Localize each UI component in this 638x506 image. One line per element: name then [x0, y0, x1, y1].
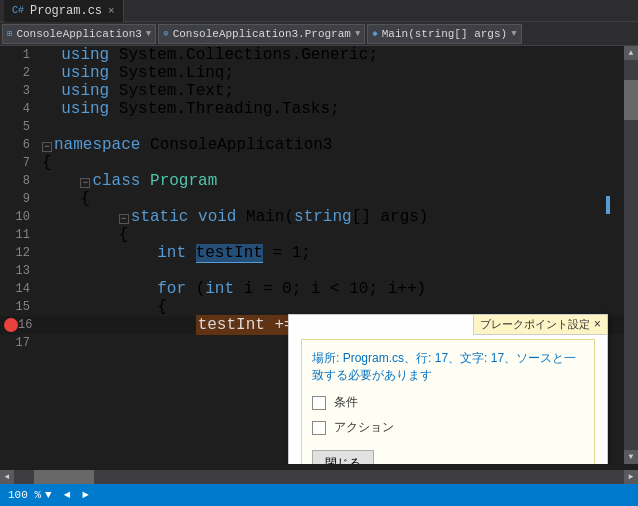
nav-class-dropdown[interactable]: ⊕ ConsoleApplication3.Program ▼ — [158, 24, 365, 44]
line-number: 7 — [0, 154, 38, 172]
navigation-bar: ⊞ ConsoleApplication3 ▼ ⊕ ConsoleApplica… — [0, 22, 638, 46]
scroll-up-button[interactable]: ▲ — [624, 46, 638, 60]
line-number: 5 — [0, 118, 38, 136]
scroll-right-status[interactable]: ► — [82, 489, 89, 501]
line-number: 1 — [0, 46, 38, 64]
scroll-right-button[interactable]: ► — [624, 470, 638, 484]
zoom-control[interactable]: 100 % ▼ — [8, 489, 52, 501]
line-content: { — [38, 190, 624, 208]
breakpoint-dot — [4, 318, 18, 332]
tab-filename: Program.cs — [30, 4, 102, 18]
class-icon: ⊕ — [163, 28, 168, 39]
scroll-left-button[interactable]: ◄ — [0, 470, 14, 484]
line-content: −namespace ConsoleApplication3 — [38, 136, 624, 154]
vertical-scrollbar[interactable]: ▲ ▼ — [624, 46, 638, 464]
line-number: 11 — [0, 226, 38, 244]
line-number: 15 — [0, 298, 38, 316]
line-content: using System.Linq; — [38, 64, 624, 82]
scroll-down-button[interactable]: ▼ — [624, 450, 638, 464]
collapse-icon[interactable]: − — [42, 142, 52, 152]
scroll-thumb[interactable] — [624, 80, 638, 120]
line-number: 13 — [0, 262, 38, 280]
table-row: 7 { — [0, 154, 624, 172]
line-number: 14 — [0, 280, 38, 298]
nav-method-arrow: ▼ — [511, 29, 516, 39]
line-number: 17 — [0, 334, 38, 352]
collapse-icon[interactable]: − — [80, 178, 90, 188]
line-number: 4 — [0, 100, 38, 118]
popup-location: 場所: Program.cs、行: 17、文字: 17、ソースと一致する必要があ… — [312, 350, 584, 384]
status-bar: 100 % ▼ ◄ ► — [0, 484, 638, 506]
collapse-icon[interactable]: − — [119, 214, 129, 224]
table-row: 11 { — [0, 226, 624, 244]
condition-row: 条件 — [312, 394, 584, 411]
nav-class-label: ConsoleApplication3.Program — [173, 28, 351, 40]
zoom-level: 100 % — [8, 489, 41, 501]
popup-close-button[interactable]: × — [594, 318, 601, 332]
line-content: { — [38, 154, 624, 172]
namespace-icon: ⊞ — [7, 28, 12, 39]
file-tab[interactable]: C# Program.cs × — [4, 0, 124, 22]
hscroll-thumb[interactable] — [34, 470, 94, 484]
file-icon: C# — [12, 5, 24, 16]
action-label: アクション — [334, 419, 394, 436]
scroll-indicator — [606, 196, 610, 214]
line-number: 10 — [0, 208, 38, 226]
table-row: 1 using System.Collections.Generic; — [0, 46, 624, 64]
popup-title-bar: ブレークポイント設定 × — [473, 314, 608, 335]
scroll-left-status[interactable]: ◄ — [64, 489, 71, 501]
table-row: 6 −namespace ConsoleApplication3 — [0, 136, 624, 154]
action-checkbox[interactable] — [312, 421, 326, 435]
table-row: 13 — [0, 262, 624, 280]
line-content: −static void Main(string[] args) — [38, 208, 624, 226]
condition-label: 条件 — [334, 394, 358, 411]
line-content: using System.Text; — [38, 82, 624, 100]
line-content: −class Program — [38, 172, 624, 190]
table-row: 10 −static void Main(string[] args) — [0, 208, 624, 226]
close-button[interactable]: 閉じる — [312, 450, 374, 464]
line-content: using System.Collections.Generic; — [38, 46, 624, 64]
nav-namespace-label: ConsoleApplication3 — [16, 28, 141, 40]
line-content: for (int i = 0; i < 10; i++) — [38, 280, 624, 298]
line-content — [38, 262, 624, 280]
line-number: 2 — [0, 64, 38, 82]
condition-checkbox[interactable] — [312, 396, 326, 410]
scroll-track[interactable] — [624, 60, 638, 450]
nav-method-label: Main(string[] args) — [382, 28, 507, 40]
method-icon: ◆ — [372, 28, 377, 39]
hscroll-track[interactable] — [14, 470, 624, 484]
nav-namespace-dropdown[interactable]: ⊞ ConsoleApplication3 ▼ — [2, 24, 156, 44]
nav-namespace-arrow: ▼ — [146, 29, 151, 39]
table-row: 3 using System.Text; — [0, 82, 624, 100]
tab-close-button[interactable]: × — [108, 5, 115, 17]
line-number: 9 — [0, 190, 38, 208]
nav-class-arrow: ▼ — [355, 29, 360, 39]
line-number: 3 — [0, 82, 38, 100]
table-row: 2 using System.Linq; — [0, 64, 624, 82]
line-content — [38, 118, 624, 136]
nav-method-dropdown[interactable]: ◆ Main(string[] args) ▼ — [367, 24, 521, 44]
location-label: 場所: — [312, 351, 339, 365]
horizontal-scrollbar[interactable]: ◄ ► — [0, 470, 638, 484]
breakpoint-settings-popup: ブレークポイント設定 × 場所: Program.cs、行: 17、文字: 17… — [288, 314, 608, 464]
line-content: using System.Threading.Tasks; — [38, 100, 624, 118]
popup-title: ブレークポイント設定 — [480, 317, 590, 332]
line-content: int testInt = 1; — [38, 244, 624, 262]
editor-scroll[interactable]: 1 using System.Collections.Generic; 2 us… — [0, 46, 624, 464]
title-bar: C# Program.cs × — [0, 0, 638, 22]
location-value: Program.cs、行: 17、文字: 17、ソースと一致する必要があります — [312, 351, 576, 382]
table-row: 9 { — [0, 190, 624, 208]
popup-body: 場所: Program.cs、行: 17、文字: 17、ソースと一致する必要があ… — [301, 339, 595, 464]
line-number: 12 — [0, 244, 38, 262]
table-row: 5 — [0, 118, 624, 136]
editor-area: 1 using System.Collections.Generic; 2 us… — [0, 46, 638, 464]
line-content: { — [38, 226, 624, 244]
line-number: 8 — [0, 172, 38, 190]
table-row: 4 using System.Threading.Tasks; — [0, 100, 624, 118]
line-number: 6 — [0, 136, 38, 154]
zoom-arrow: ▼ — [45, 489, 52, 501]
table-row: 14 for (int i = 0; i < 10; i++) — [0, 280, 624, 298]
action-row: アクション — [312, 419, 584, 436]
table-row: 8 −class Program — [0, 172, 624, 190]
table-row: 12 int testInt = 1; — [0, 244, 624, 262]
